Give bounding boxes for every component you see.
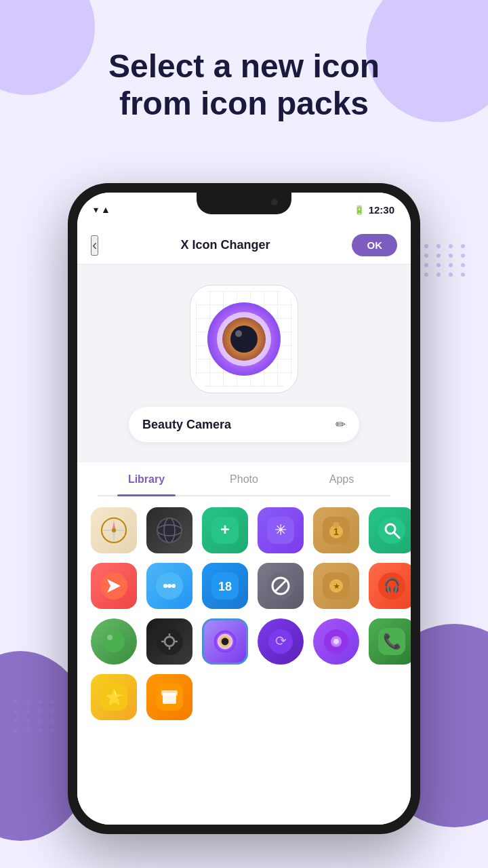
status-left: ▾ ▲ [94,204,110,215]
svg-rect-23 [378,517,405,544]
svg-rect-44 [156,628,183,655]
svg-text:⭐: ⭐ [105,688,124,707]
svg-text:+: + [220,520,230,538]
svg-text:📞: 📞 [383,632,402,650]
header-title: Select a new icon from icon packs [0,47,488,122]
app-name-field[interactable]: Beauty Camera ✏ [129,407,359,442]
app-content: ‹ X Icon Changer OK [77,226,411,825]
grid-icon-phone[interactable]: 📞 [369,618,411,665]
grid-icon-green-ball[interactable] [91,618,137,665]
svg-point-31 [171,584,176,588]
phone-outer: ▾ ▲ 🔋 12:30 ‹ X Icon Changer OK [68,183,420,834]
svg-rect-22 [333,522,339,528]
status-right: 🔋 12:30 [354,204,394,216]
app-name-text: Beauty Camera [142,418,231,432]
grid-icon-orange-box[interactable] [146,674,192,720]
preview-camera-icon [203,298,285,380]
grid-icon-camera-selected[interactable] [202,618,248,665]
status-bar: ▾ ▲ 🔋 12:30 [77,193,411,226]
status-time: 12:30 [369,204,394,216]
icon-preview-area: Beauty Camera ✏ [77,264,411,456]
svg-text:✳: ✳ [274,521,287,538]
tab-library[interactable]: Library [98,462,195,495]
svg-point-54 [222,638,229,646]
grid-icon-blue-chat[interactable] [146,563,192,609]
wifi-icon: ▾ [94,204,98,215]
grid-icon-red-send[interactable] [91,563,137,609]
tab-apps[interactable]: Apps [293,462,390,495]
tab-photo[interactable]: Photo [195,462,293,495]
camera-dot [271,199,278,205]
grid-icon-compass[interactable] [91,507,137,553]
grid-icon-nova[interactable] [313,618,359,665]
nav-title: X Icon Changer [180,238,270,252]
grid-icon-gray-no[interactable] [258,563,304,609]
svg-text:🎧: 🎧 [384,577,401,593]
grid-icon-blue-18[interactable]: 18 [202,563,248,609]
icon-grid: + ✳ 1 [91,507,397,720]
grid-icon-green-search[interactable] [369,507,411,553]
tabs-section: Library Photo Apps [77,462,411,496]
notch [197,193,291,214]
signal-icon: ▲ [101,204,110,215]
phone-inner: ▾ ▲ 🔋 12:30 ‹ X Icon Changer OK [77,193,411,825]
svg-point-10 [112,528,116,532]
phone-mockup: ▾ ▲ 🔋 12:30 ‹ X Icon Changer OK [68,183,420,834]
grid-icon-settings[interactable] [146,618,192,665]
svg-point-42 [103,631,125,652]
edit-icon[interactable]: ✏ [336,417,346,432]
back-button[interactable]: ‹ [91,235,98,256]
svg-text:⟳: ⟳ [275,633,287,648]
svg-text:★: ★ [333,583,340,590]
icon-preview-box [190,285,298,393]
svg-text:18: 18 [218,580,232,593]
grid-icon-green-plus[interactable]: + [202,507,248,553]
ok-button[interactable]: OK [352,234,397,256]
svg-point-3 [230,326,258,353]
grid-icon-headphone[interactable]: 🎧 [369,563,411,609]
grid-icon-dark-globe[interactable] [146,507,192,553]
svg-text:1: 1 [333,526,339,537]
svg-rect-66 [161,690,178,696]
grid-icon-medal[interactable]: 1 [313,507,359,553]
svg-point-43 [107,635,113,640]
bg-dots-right [412,244,468,277]
grid-icon-gold-badge[interactable]: ★ [313,563,359,609]
bg-dots-left [14,700,57,732]
icon-grid-section: + ✳ 1 [77,496,411,825]
nav-bar: ‹ X Icon Changer OK [77,226,411,264]
tabs-row: Library Photo Apps [98,462,390,496]
battery-icon: 🔋 [354,205,365,215]
grid-icon-purple-pinwheel[interactable]: ✳ [258,507,304,553]
svg-point-59 [333,639,339,644]
svg-point-30 [167,584,171,588]
grid-icon-purple-swirl[interactable]: ⟳ [258,618,304,665]
svg-point-4 [235,330,242,337]
grid-icon-star[interactable]: ⭐ [91,674,137,720]
svg-point-29 [163,584,167,588]
